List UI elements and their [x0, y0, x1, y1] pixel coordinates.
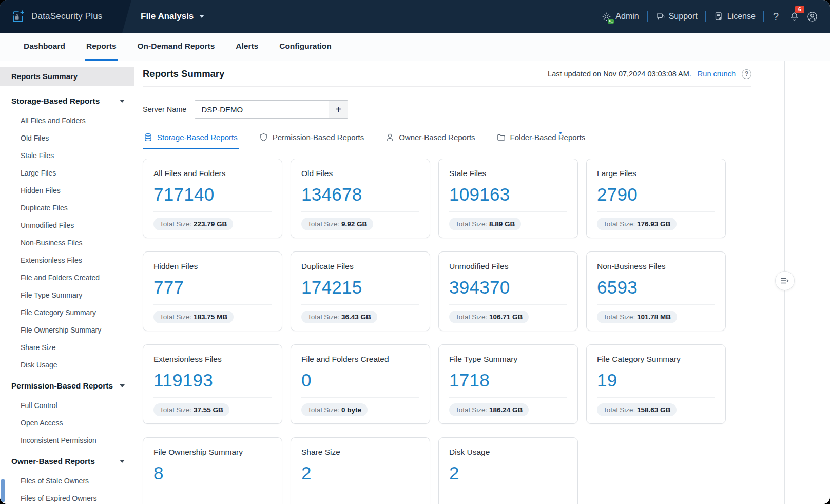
- sidebar-item-open-access[interactable]: Open Access: [0, 414, 134, 432]
- chevron-down-icon: [120, 460, 125, 463]
- tab-permission-based-reports[interactable]: Permission-Based Reports: [258, 133, 365, 149]
- card-count[interactable]: 777: [153, 277, 272, 298]
- tab-folder-based-reports[interactable]: Folder-Based Reports: [496, 133, 587, 149]
- card-count[interactable]: 134678: [301, 184, 419, 205]
- report-card-hidden-files[interactable]: Hidden Files 777 Total Size: 183.75 MB: [143, 251, 282, 331]
- nav-item-dashboard[interactable]: Dashboard: [23, 33, 66, 61]
- report-card-duplicate-files[interactable]: Duplicate Files 174215 Total Size: 36.43…: [291, 251, 430, 331]
- module-switcher[interactable]: File Analysis: [141, 11, 204, 22]
- main-content: Reports Summary Last updated on Nov 07,2…: [134, 61, 784, 504]
- sidebar-item-disk-usage[interactable]: Disk Usage: [0, 356, 134, 374]
- card-count[interactable]: 2790: [597, 184, 715, 205]
- support-menu[interactable]: Support: [655, 12, 698, 21]
- nav-item-on-demand-reports[interactable]: On-Demand Reports: [137, 33, 216, 61]
- help-icon[interactable]: ?: [772, 11, 780, 23]
- card-title: Duplicate Files: [301, 262, 419, 271]
- report-card-extensionless-files[interactable]: Extensionless Files 119193 Total Size: 3…: [143, 344, 282, 424]
- page-title: Reports Summary: [143, 68, 224, 80]
- sidebar-item-file-and-folders-created[interactable]: File and Folders Created: [0, 269, 134, 286]
- tab-storage-based-reports[interactable]: Storage-Based Reports: [143, 133, 239, 149]
- sidebar-item-all-files-and-folders[interactable]: All Files and Folders: [0, 112, 134, 129]
- report-card-file-category-summary[interactable]: File Category Summary 19 Total Size: 158…: [586, 344, 726, 424]
- main-nav: DashboardReportsOn-Demand ReportsAlertsC…: [0, 33, 830, 61]
- divider: [143, 86, 751, 87]
- sidebar-item-file-ownership-summary[interactable]: File Ownership Summary: [0, 321, 134, 339]
- sidebar-scrollbar-thumb[interactable]: [1, 479, 5, 502]
- total-size-pill: Total Size: 176.93 GB: [597, 218, 677, 230]
- report-card-old-files[interactable]: Old Files 134678 Total Size: 9.92 GB: [291, 159, 430, 238]
- report-tabs: Storage-Based Reports Permission-Based R…: [143, 133, 586, 149]
- card-count[interactable]: 1718: [449, 370, 567, 391]
- card-count[interactable]: 8: [153, 463, 272, 483]
- sidebar-item-extensionless-files[interactable]: Extensionless Files: [0, 251, 134, 269]
- help-circle-icon[interactable]: ?: [742, 69, 751, 79]
- report-card-all-files-and-folders[interactable]: All Files and Folders 717140 Total Size:…: [143, 159, 282, 238]
- sidebar-item-share-size[interactable]: Share Size: [0, 339, 134, 356]
- sidebar-item-unmodified-files[interactable]: Unmodified Files: [0, 217, 134, 234]
- collapse-panel-button[interactable]: [775, 271, 795, 290]
- card-count[interactable]: 2: [301, 463, 419, 483]
- server-name-input[interactable]: [195, 100, 329, 119]
- license-menu[interactable]: License: [714, 12, 756, 21]
- total-size-pill: Total Size: 0 byte: [301, 403, 368, 416]
- card-count[interactable]: 19: [597, 370, 715, 391]
- sidebar-section-owner-based-reports[interactable]: Owner-Based Reports: [0, 449, 134, 472]
- report-card-disk-usage[interactable]: Disk Usage 2: [438, 437, 578, 504]
- shield-icon: [259, 133, 268, 142]
- sidebar-item-files-of-expired-owners[interactable]: Files of Expired Owners: [0, 490, 134, 504]
- card-count[interactable]: 109163: [449, 184, 567, 205]
- report-cards-grid: All Files and Folders 717140 Total Size:…: [143, 159, 751, 504]
- nav-item-configuration[interactable]: Configuration: [278, 33, 333, 61]
- admin-menu[interactable]: >_ Admin: [602, 12, 639, 22]
- license-doc-icon: [714, 12, 723, 21]
- report-card-file-ownership-summary[interactable]: File Ownership Summary 8: [143, 437, 282, 504]
- sidebar-item-stale-files[interactable]: Stale Files: [0, 147, 134, 164]
- total-size-pill: Total Size: 36.43 GB: [301, 311, 377, 323]
- sidebar-item-file-category-summary[interactable]: File Category Summary: [0, 304, 134, 321]
- total-size-pill: Total Size: 8.89 GB: [449, 218, 521, 230]
- sidebar-section-storage-based-reports[interactable]: Storage-Based Reports: [0, 89, 134, 112]
- sidebar-item-files-of-stale-owners[interactable]: Files of Stale Owners: [0, 472, 134, 490]
- tab-owner-based-reports[interactable]: Owner-Based Reports: [384, 133, 476, 149]
- folder-icon: [497, 133, 506, 142]
- report-card-file-type-summary[interactable]: File Type Summary 1718 Total Size: 186.2…: [438, 344, 578, 424]
- sidebar-item-old-files[interactable]: Old Files: [0, 129, 134, 147]
- report-card-unmodified-files[interactable]: Unmodified Files 394370 Total Size: 106.…: [438, 251, 578, 331]
- report-card-share-size[interactable]: Share Size 2: [291, 437, 430, 504]
- report-card-large-files[interactable]: Large Files 2790 Total Size: 176.93 GB: [586, 159, 726, 238]
- card-title: Stale Files: [449, 169, 567, 178]
- sidebar-item-non-business-files[interactable]: Non-Business Files: [0, 234, 134, 251]
- total-size-pill: Total Size: 37.55 GB: [153, 403, 229, 416]
- nav-item-alerts[interactable]: Alerts: [235, 33, 259, 61]
- sidebar-item-reports-summary[interactable]: Reports Summary: [0, 67, 134, 86]
- total-size-pill: Total Size: 106.71 GB: [449, 311, 529, 323]
- divider: [763, 11, 764, 22]
- total-size-pill: Total Size: 101.78 MB: [597, 311, 677, 323]
- card-count[interactable]: 394370: [449, 277, 567, 298]
- sidebar-item-inconsistent-permission[interactable]: Inconsistent Permission: [0, 432, 134, 449]
- card-count[interactable]: 174215: [301, 277, 419, 298]
- card-count[interactable]: 119193: [153, 370, 272, 391]
- card-count[interactable]: 2: [449, 463, 567, 483]
- add-server-button[interactable]: +: [329, 100, 348, 119]
- card-title: File and Folders Created: [301, 355, 419, 364]
- account-icon[interactable]: [807, 11, 818, 22]
- report-card-file-and-folders-created[interactable]: File and Folders Created 0 Total Size: 0…: [291, 344, 430, 424]
- brand[interactable]: DataSecurity Plus: [0, 0, 131, 33]
- card-count[interactable]: 6593: [597, 277, 715, 298]
- sidebar-item-hidden-files[interactable]: Hidden Files: [0, 182, 134, 199]
- sidebar-item-full-control[interactable]: Full Control: [0, 397, 134, 414]
- card-title: File Ownership Summary: [153, 448, 272, 457]
- notifications-button[interactable]: 6: [789, 12, 799, 22]
- report-card-stale-files[interactable]: Stale Files 109163 Total Size: 8.89 GB: [438, 159, 578, 238]
- sidebar-item-duplicate-files[interactable]: Duplicate Files: [0, 199, 134, 217]
- run-crunch-link[interactable]: Run crunch: [698, 70, 736, 78]
- nav-item-reports[interactable]: Reports: [85, 33, 118, 61]
- sidebar-item-large-files[interactable]: Large Files: [0, 164, 134, 182]
- sidebar-item-file-type-summary[interactable]: File Type Summary: [0, 286, 134, 304]
- divider: [705, 11, 706, 22]
- card-count[interactable]: 0: [301, 370, 419, 391]
- sidebar-section-permission-based-reports[interactable]: Permission-Based Reports: [0, 374, 134, 397]
- report-card-non-business-files[interactable]: Non-Business Files 6593 Total Size: 101.…: [586, 251, 726, 331]
- card-count[interactable]: 717140: [153, 184, 272, 205]
